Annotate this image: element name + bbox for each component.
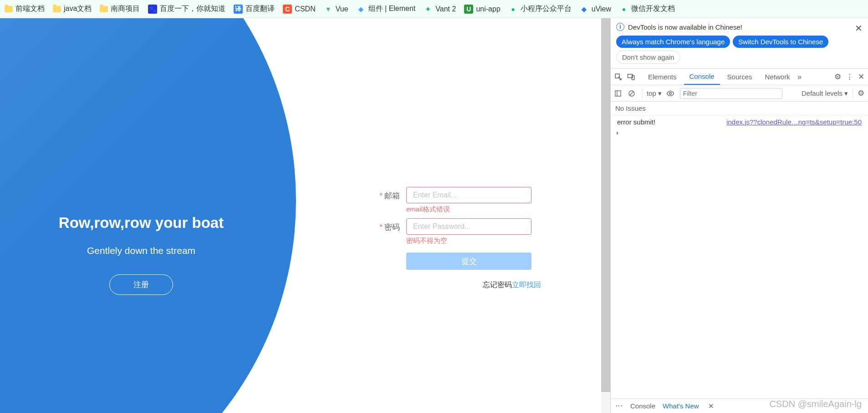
- clear-console-icon[interactable]: [628, 90, 637, 97]
- close-devtools-icon[interactable]: ✕: [858, 72, 864, 82]
- forgot-password-row: 忘记密码立即找回: [483, 280, 541, 290]
- password-input[interactable]: [406, 218, 531, 235]
- console-toolbar: top▾ Default levels▾ ⚙: [611, 85, 868, 102]
- wechat-icon: ●: [509, 5, 518, 14]
- always-match-button[interactable]: Always match Chrome's language: [616, 36, 730, 48]
- csdn-icon: C: [283, 5, 292, 14]
- uniapp-icon: U: [464, 5, 473, 14]
- bookmark-label: 微信开发文档: [631, 4, 675, 14]
- bookmark-wechat-mp[interactable]: ●小程序公众平台: [509, 4, 572, 14]
- tab-network[interactable]: Network: [760, 69, 796, 85]
- translate-icon: 译: [234, 5, 243, 14]
- forgot-text: 忘记密码: [483, 281, 512, 289]
- filter-input[interactable]: [680, 88, 782, 99]
- password-label: *密码: [373, 218, 406, 232]
- bookmark-vue[interactable]: ▼Vue: [324, 5, 348, 14]
- svg-point-7: [669, 92, 672, 94]
- banner-text: DevTools is now available in Chinese!: [628, 23, 742, 31]
- bookmark-translate[interactable]: 译百度翻译: [234, 4, 275, 14]
- console-prompt[interactable]: ›: [611, 127, 868, 138]
- bookmark-label: Vant 2: [435, 5, 456, 13]
- svg-line-6: [630, 92, 633, 95]
- element-icon: ◈: [357, 5, 366, 14]
- kebab-icon[interactable]: ⋮: [846, 72, 853, 82]
- bookmark-label: Vue: [336, 5, 348, 13]
- bookmark-label: 百度翻译: [245, 4, 275, 14]
- log-source-link[interactable]: index.js??clonedRule…ng=ts&setup=true:50: [726, 118, 862, 126]
- vue-icon: ▼: [324, 5, 333, 14]
- vant-icon: ✦: [424, 5, 433, 14]
- dont-show-button[interactable]: Don't show again: [616, 51, 680, 64]
- info-icon: i: [616, 23, 624, 31]
- console-output: error submit! index.js??clonedRule…ng=ts…: [611, 115, 868, 398]
- folder-icon: [53, 6, 61, 12]
- console-settings-icon[interactable]: ⚙: [858, 88, 864, 98]
- bookmark-uview[interactable]: ◆uView: [580, 5, 611, 14]
- submit-button[interactable]: 提交: [406, 253, 531, 270]
- bookmark-nanshang[interactable]: 南商项目: [100, 4, 140, 14]
- settings-icon[interactable]: ⚙: [834, 72, 841, 82]
- baidu-icon: 🐾: [148, 5, 157, 14]
- bookmark-label: 小程序公众平台: [521, 4, 572, 14]
- vertical-scrollbar[interactable]: [601, 18, 610, 413]
- bookmark-baidu[interactable]: 🐾百度一下，你就知道: [148, 4, 225, 14]
- drawer-tab-whatsnew[interactable]: What's New: [663, 402, 699, 410]
- log-message: error submit!: [617, 118, 726, 126]
- bookmark-label: 前端文档: [15, 4, 45, 14]
- sidebar-toggle-icon[interactable]: [614, 90, 623, 97]
- folder-icon: [5, 6, 13, 12]
- bookmark-frontend[interactable]: 前端文档: [5, 4, 45, 14]
- bookmark-wechat-doc[interactable]: ●微信开发文档: [619, 4, 675, 14]
- left-panel: Row,row,row your boat Gentlely down the …: [0, 18, 301, 413]
- wechat-icon: ●: [619, 5, 628, 14]
- bookmark-csdn[interactable]: CCSDN: [283, 5, 315, 14]
- devtools-tabs: Elements Console Sources Network » ⚙ ⋮ ✕: [611, 69, 868, 85]
- folder-icon: [100, 6, 108, 12]
- bookmark-label: uView: [592, 5, 611, 13]
- log-levels-selector[interactable]: Default levels▾: [802, 89, 848, 98]
- scrollbar-thumb[interactable]: [601, 18, 610, 392]
- login-form: *邮箱 email格式错误 *密码 密码不得为空 提交: [373, 187, 542, 272]
- bookmark-java[interactable]: java文档: [53, 4, 92, 14]
- switch-chinese-button[interactable]: Switch DevTools to Chinese: [733, 36, 828, 48]
- hero-title: Row,row,row your boat: [0, 214, 282, 232]
- device-toggle-icon[interactable]: [627, 73, 636, 81]
- inspect-icon[interactable]: [614, 73, 623, 81]
- drawer-close-icon[interactable]: ✕: [708, 402, 714, 410]
- email-input[interactable]: [406, 187, 531, 203]
- uview-icon: ◆: [580, 5, 589, 14]
- context-selector[interactable]: top▾: [647, 89, 662, 98]
- page-content: Row,row,row your boat Gentlely down the …: [0, 18, 601, 413]
- email-label: *邮箱: [373, 187, 406, 201]
- tab-sources[interactable]: Sources: [722, 69, 758, 85]
- hero-subtitle: Gentlely down the stream: [0, 245, 282, 256]
- watermark: CSDN @smileAgain-lg: [769, 399, 862, 409]
- password-error: 密码不得为空: [406, 237, 542, 245]
- tab-console[interactable]: Console: [684, 69, 720, 85]
- recover-link[interactable]: 立即找回: [512, 281, 541, 289]
- devtools-language-banner: i DevTools is now available in Chinese! …: [611, 18, 868, 69]
- bookmark-element[interactable]: ◈组件 | Element: [357, 4, 416, 14]
- bookmark-vant[interactable]: ✦Vant 2: [424, 5, 456, 14]
- svg-rect-3: [615, 91, 621, 96]
- issues-row[interactable]: No Issues: [611, 102, 868, 115]
- devtools-panel: i DevTools is now available in Chinese! …: [610, 18, 868, 413]
- bookmark-label: CSDN: [295, 5, 315, 13]
- email-error: email格式错误: [406, 205, 542, 214]
- drawer-menu-icon[interactable]: ⋮: [614, 402, 624, 410]
- log-entry: error submit! index.js??clonedRule…ng=ts…: [611, 117, 868, 127]
- bookmark-label: 南商项目: [111, 4, 140, 14]
- bookmark-label: java文档: [64, 4, 92, 14]
- bookmark-bar: 前端文档 java文档 南商项目 🐾百度一下，你就知道 译百度翻译 CCSDN …: [0, 0, 868, 18]
- tab-elements[interactable]: Elements: [643, 69, 682, 85]
- bookmark-label: 百度一下，你就知道: [160, 4, 225, 14]
- drawer-tab-console[interactable]: Console: [630, 402, 655, 410]
- register-button[interactable]: 注册: [109, 274, 173, 295]
- more-tabs-icon[interactable]: »: [797, 72, 802, 82]
- bookmark-uniapp[interactable]: Uuni-app: [464, 5, 500, 14]
- bookmark-label: 组件 | Element: [368, 4, 416, 14]
- bookmark-label: uni-app: [476, 5, 500, 13]
- live-expression-icon[interactable]: [666, 89, 675, 98]
- close-icon[interactable]: ✕: [855, 23, 863, 34]
